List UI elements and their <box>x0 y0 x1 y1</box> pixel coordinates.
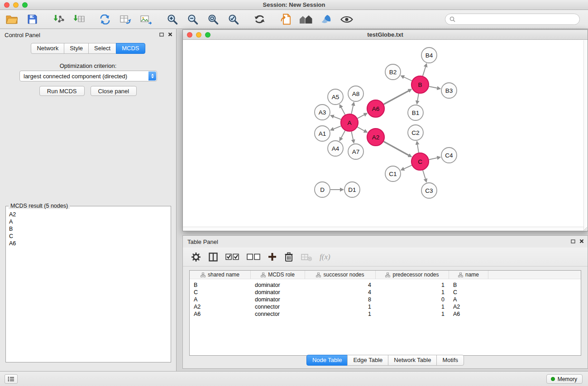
show-graphics-details-button[interactable] <box>339 12 354 27</box>
float-panel-icon[interactable] <box>159 33 164 37</box>
home-button[interactable] <box>299 12 313 27</box>
edge-A-A3[interactable] <box>333 116 341 119</box>
mcds-result-item[interactable]: A6 <box>9 240 167 247</box>
import-network-button[interactable] <box>51 12 66 27</box>
graph-node-C2[interactable]: C2 <box>408 125 423 140</box>
column-header-successor-nodes[interactable]: successor nodes <box>305 271 376 279</box>
table-cell[interactable]: 4 <box>305 289 376 296</box>
float-table-panel-icon[interactable] <box>571 239 575 243</box>
apply-style-button[interactable] <box>319 12 334 27</box>
mcds-result-item[interactable]: A <box>9 218 167 225</box>
table-cell[interactable]: A2 <box>449 303 488 310</box>
refresh-button[interactable] <box>252 12 267 27</box>
save-session-button[interactable] <box>25 12 39 27</box>
table-row[interactable]: Bdominator41B <box>190 281 581 289</box>
edge-A-A5[interactable] <box>341 107 345 115</box>
show-columns-button[interactable] <box>209 253 218 262</box>
edge-B-B2[interactable] <box>404 77 412 81</box>
table-cell[interactable]: 1 <box>376 281 449 289</box>
graph-node-A1[interactable]: A1 <box>315 126 330 141</box>
edge-A-A8[interactable] <box>351 105 353 114</box>
table-cell[interactable]: A <box>449 296 488 303</box>
table-cell[interactable]: B <box>190 281 251 289</box>
open-document-button[interactable] <box>278 12 293 27</box>
table-cell[interactable]: 1 <box>305 303 376 310</box>
graph-node-A6[interactable]: A6 <box>367 100 384 117</box>
delete-table-button[interactable] <box>301 253 312 261</box>
table-cell[interactable]: A6 <box>449 310 488 318</box>
table-row[interactable]: A2connector11A2 <box>190 303 581 310</box>
optimization-criterion-select[interactable]: largest connected component (directed) <box>19 71 157 81</box>
mcds-result-item[interactable]: C <box>9 233 167 240</box>
control-tab-network[interactable]: Network <box>31 43 64 54</box>
column-header-MCDS-role[interactable]: MCDS role <box>251 271 305 279</box>
table-row[interactable]: Cdominator41C <box>190 289 581 296</box>
column-header-shared-name[interactable]: shared name <box>190 271 251 279</box>
table-cell[interactable]: A <box>190 296 251 303</box>
table-cell[interactable]: dominator <box>251 296 305 303</box>
mcds-result-item[interactable]: B <box>9 225 167 233</box>
control-tab-style[interactable]: Style <box>64 43 89 54</box>
graph-node-C3[interactable]: C3 <box>421 183 437 198</box>
table-cell[interactable]: A2 <box>190 303 251 310</box>
graph-node-A5[interactable]: A5 <box>328 89 343 105</box>
table-cell[interactable]: 1 <box>376 310 449 318</box>
edge-A-A6[interactable] <box>358 114 365 118</box>
run-mcds-button[interactable]: Run MCDS <box>39 86 85 96</box>
graph-node-A4[interactable]: A4 <box>328 141 343 156</box>
table-cell[interactable]: 0 <box>376 296 449 303</box>
new-network-button[interactable] <box>98 12 112 27</box>
table-cell[interactable]: 1 <box>376 289 449 296</box>
control-tab-mcds[interactable]: MCDS <box>116 43 145 54</box>
zoom-in-button[interactable] <box>165 12 179 27</box>
edge-A2-C[interactable] <box>384 142 409 156</box>
memory-button[interactable]: Memory <box>546 374 583 384</box>
table-cell[interactable]: connector <box>251 310 305 318</box>
open-session-button[interactable] <box>5 12 19 27</box>
select-all-button[interactable] <box>225 253 239 261</box>
table-tab-motifs[interactable]: Motifs <box>436 355 464 366</box>
column-header-name[interactable]: name <box>449 271 488 279</box>
zoom-out-button[interactable] <box>185 12 200 27</box>
table-tab-network-table[interactable]: Network Table <box>388 355 437 366</box>
search-field[interactable] <box>445 14 580 25</box>
graph-node-C4[interactable]: C4 <box>441 148 457 163</box>
edge-A6-B[interactable] <box>384 91 409 104</box>
edge-B-B1[interactable] <box>417 94 419 101</box>
graph-node-C1[interactable]: C1 <box>385 166 401 181</box>
close-panel-icon[interactable] <box>168 32 172 37</box>
table-cell[interactable]: 1 <box>305 310 376 318</box>
mcds-result-item[interactable]: A2 <box>9 211 167 218</box>
edge-A-A1[interactable] <box>333 126 341 129</box>
graph-node-A7[interactable]: A7 <box>348 144 363 159</box>
edge-A-A2[interactable] <box>358 127 365 131</box>
table-row[interactable]: A6connector11A6 <box>190 310 581 318</box>
zoom-fit-button[interactable] <box>206 12 220 27</box>
graph-node-A8[interactable]: A8 <box>348 86 363 101</box>
table-tab-edge-table[interactable]: Edge Table <box>347 355 388 366</box>
control-tab-select[interactable]: Select <box>88 43 116 54</box>
graph-node-A2[interactable]: A2 <box>367 129 384 146</box>
table-cell[interactable]: dominator <box>251 289 305 296</box>
table-cell[interactable]: connector <box>251 303 305 310</box>
export-image-button[interactable] <box>139 12 153 27</box>
import-table-button[interactable] <box>72 12 86 27</box>
table-cell[interactable]: A6 <box>190 310 251 318</box>
edge-B-B3[interactable] <box>429 86 438 88</box>
graph-node-D1[interactable]: D1 <box>344 182 360 197</box>
table-cell[interactable]: C <box>449 289 488 296</box>
column-settings-button[interactable] <box>191 252 201 262</box>
task-history-button[interactable] <box>5 374 18 384</box>
edge-C-C1[interactable] <box>404 165 412 169</box>
edge-A-A7[interactable] <box>351 132 353 140</box>
add-column-button[interactable] <box>268 253 277 261</box>
edge-C-C2[interactable] <box>417 144 419 153</box>
delete-columns-button[interactable] <box>284 252 293 262</box>
resize-grip-icon[interactable] <box>583 227 588 231</box>
graph-node-B1[interactable]: B1 <box>408 105 423 120</box>
table-cell[interactable]: B <box>449 281 488 289</box>
vertical-scrollbar[interactable] <box>583 40 588 231</box>
function-builder-button[interactable]: f(x) <box>320 253 330 262</box>
search-input[interactable] <box>458 16 575 23</box>
edge-A-A4[interactable] <box>341 131 345 138</box>
